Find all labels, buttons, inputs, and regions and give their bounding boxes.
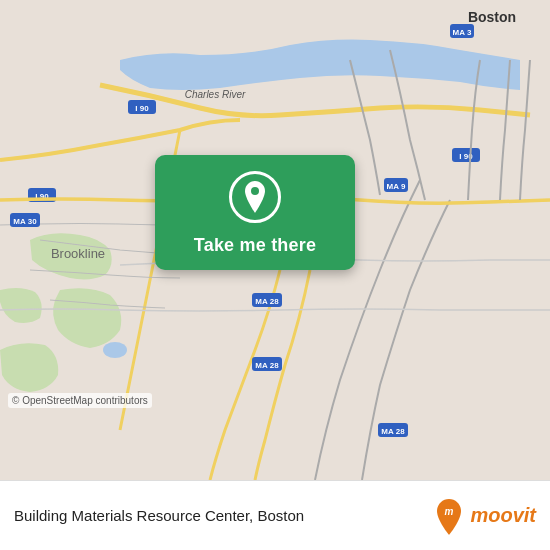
svg-point-24: [251, 187, 259, 195]
svg-text:Brookline: Brookline: [51, 246, 105, 261]
bottom-bar: Building Materials Resource Center, Bost…: [0, 480, 550, 550]
svg-text:MA 3: MA 3: [453, 28, 472, 37]
moovit-logo: m moovit: [430, 497, 536, 535]
location-icon-wrapper: [229, 171, 281, 223]
svg-text:MA 28: MA 28: [255, 361, 279, 370]
svg-text:Boston: Boston: [468, 9, 516, 25]
moovit-text: moovit: [470, 504, 536, 527]
place-name: Building Materials Resource Center, Bost…: [14, 507, 430, 524]
svg-text:MA 28: MA 28: [255, 297, 279, 306]
svg-text:m: m: [445, 506, 454, 517]
svg-point-2: [103, 342, 127, 358]
action-card[interactable]: Take me there: [155, 155, 355, 270]
map-attribution: © OpenStreetMap contributors: [8, 393, 152, 408]
svg-text:Charles River: Charles River: [185, 89, 246, 100]
svg-text:MA 9: MA 9: [387, 182, 406, 191]
map-container: I 90 I 90 I 90 MA 3: [0, 0, 550, 480]
svg-text:MA 28: MA 28: [381, 427, 405, 436]
attribution-text: © OpenStreetMap contributors: [12, 395, 148, 406]
svg-text:MA 30: MA 30: [13, 217, 37, 226]
svg-text:I 90: I 90: [135, 104, 149, 113]
take-me-there-button[interactable]: Take me there: [194, 235, 316, 256]
location-pin-icon: [241, 181, 269, 213]
moovit-icon: m: [430, 497, 468, 535]
